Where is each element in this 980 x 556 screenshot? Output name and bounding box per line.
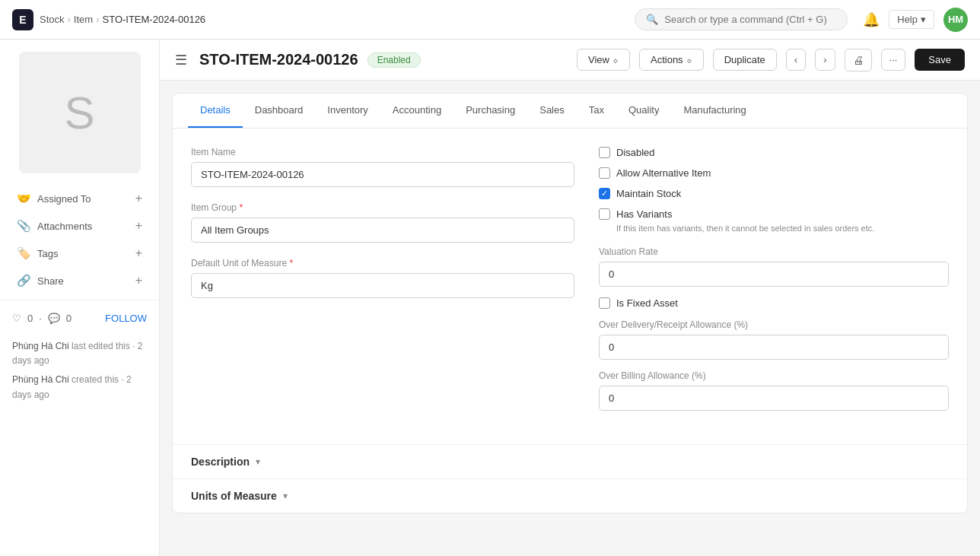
tab-inventory[interactable]: Inventory xyxy=(315,94,380,128)
share-icon: 🔗 xyxy=(17,274,31,288)
assigned-to-add-icon[interactable]: + xyxy=(135,192,142,205)
page-title: STO-ITEM-2024-00126 xyxy=(199,51,358,68)
sidebar-item-assigned-to[interactable]: 🤝 Assigned To + xyxy=(9,186,150,211)
description-chevron-icon: ▾ xyxy=(256,456,260,467)
bell-icon[interactable]: 🔔 xyxy=(863,11,880,28)
tab-accounting[interactable]: Accounting xyxy=(380,94,453,128)
tab-manufacturing[interactable]: Manufacturing xyxy=(671,94,758,128)
units-of-measure-section[interactable]: Units of Measure ▾ xyxy=(173,478,967,513)
maintain-stock-label: Maintain Stock xyxy=(616,188,681,199)
comment-icon[interactable]: 💬 xyxy=(48,313,60,324)
over-delivery-input[interactable] xyxy=(599,335,949,360)
save-button[interactable]: Save xyxy=(915,49,965,71)
item-image: S xyxy=(19,52,141,173)
allow-alternative-checkbox[interactable] xyxy=(599,167,610,179)
tab-tax[interactable]: Tax xyxy=(577,94,616,128)
help-button[interactable]: Help ▾ xyxy=(889,10,934,29)
page-header: ☰ STO-ITEM-2024-00126 Enabled View ⬦ Act… xyxy=(160,40,980,81)
sidebar-actions: 🤝 Assigned To + 📎 Attachments + 🏷️ Tags … xyxy=(0,186,159,294)
tabs-bar: Details Dashboard Inventory Accounting P… xyxy=(173,94,967,129)
tab-details[interactable]: Details xyxy=(188,94,243,128)
like-count: 0 xyxy=(27,313,33,324)
actions-button[interactable]: Actions ⬦ xyxy=(639,49,704,71)
tags-icon: 🏷️ xyxy=(17,246,31,260)
valuation-rate-label: Valuation Rate xyxy=(599,246,949,257)
is-fixed-asset-checkbox[interactable] xyxy=(599,297,610,309)
sidebar-social: ♡ 0 · 💬 0 FOLLOW xyxy=(0,307,159,330)
app-icon[interactable]: E xyxy=(12,9,33,30)
sidebar-item-tags[interactable]: 🏷️ Tags + xyxy=(9,240,150,266)
more-button[interactable]: ··· xyxy=(881,49,906,71)
search-input[interactable] xyxy=(664,14,836,25)
maintain-stock-checkbox[interactable] xyxy=(599,188,610,199)
is-fixed-asset-label: Is Fixed Asset xyxy=(616,297,678,309)
tags-add-icon[interactable]: + xyxy=(135,246,142,260)
tab-dashboard[interactable]: Dashboard xyxy=(243,94,316,128)
view-chevron-icon: ⬦ xyxy=(612,54,619,65)
over-billing-input[interactable] xyxy=(599,386,949,411)
units-chevron-icon: ▾ xyxy=(283,491,288,501)
form-container: Details Dashboard Inventory Accounting P… xyxy=(160,81,980,556)
follow-button[interactable]: FOLLOW xyxy=(105,313,147,324)
disabled-checkbox[interactable] xyxy=(599,147,610,158)
main-layout: S 🤝 Assigned To + 📎 Attachments + 🏷️ xyxy=(0,40,980,556)
disabled-row: Disabled xyxy=(599,147,949,158)
over-delivery-label: Over Delivery/Receipt Allowance (%) xyxy=(599,319,949,330)
prev-button[interactable]: ‹ xyxy=(786,49,806,71)
default-uom-label: Default Unit of Measure * xyxy=(191,258,574,268)
default-uom-input[interactable] xyxy=(191,273,574,298)
sidebar-history: Phùng Hà Chi last edited this · 2 days a… xyxy=(0,330,159,411)
is-fixed-asset-row: Is Fixed Asset xyxy=(599,297,949,309)
sidebar-item-attachments[interactable]: 📎 Attachments + xyxy=(9,213,150,239)
view-button[interactable]: View ⬦ xyxy=(577,49,630,71)
tab-purchasing[interactable]: Purchasing xyxy=(453,94,527,128)
history-item-2: Phùng Hà Chi created this · 2 days ago xyxy=(12,373,147,402)
has-variants-checkbox[interactable] xyxy=(599,208,610,220)
next-button[interactable]: › xyxy=(815,49,835,71)
description-title: Description xyxy=(191,456,250,468)
top-navigation: E Stock › Item › STO-ITEM-2024-00126 🔍 🔔… xyxy=(0,0,980,40)
search-icon: 🔍 xyxy=(646,14,658,25)
avatar[interactable]: HM xyxy=(943,8,968,32)
variant-hint: If this item has variants, then it canno… xyxy=(616,223,949,234)
share-add-icon[interactable]: + xyxy=(135,274,142,288)
form-right-col: Disabled Allow Alternative Item Maintain… xyxy=(599,147,949,411)
over-billing-label: Over Billing Allowance (%) xyxy=(599,370,949,381)
units-of-measure-title: Units of Measure xyxy=(191,490,277,502)
sidebar-label-tags: Tags xyxy=(37,248,58,259)
sidebar-label-share: Share xyxy=(37,275,64,287)
item-name-field: Item Name xyxy=(191,147,574,187)
tab-quality[interactable]: Quality xyxy=(616,94,671,128)
form-left-col: Item Name Item Group * xyxy=(191,147,574,411)
history-item-1: Phùng Hà Chi last edited this · 2 days a… xyxy=(12,339,147,368)
like-icon[interactable]: ♡ xyxy=(12,313,21,324)
hamburger-icon[interactable]: ☰ xyxy=(175,52,187,68)
allow-alternative-label: Allow Alternative Item xyxy=(616,167,711,179)
valuation-rate-input[interactable] xyxy=(599,262,949,287)
form-body: Item Name Item Group * xyxy=(173,129,967,444)
sidebar-item-share[interactable]: 🔗 Share + xyxy=(9,268,150,294)
item-name-input[interactable] xyxy=(191,162,574,187)
default-uom-field: Default Unit of Measure * xyxy=(191,258,574,298)
form-card: Details Dashboard Inventory Accounting P… xyxy=(172,93,968,513)
over-billing-field: Over Billing Allowance (%) xyxy=(599,370,949,411)
search-box[interactable]: 🔍 xyxy=(635,8,848,30)
breadcrumb-stock[interactable]: Stock xyxy=(40,14,65,25)
valuation-rate-field: Valuation Rate xyxy=(599,246,949,287)
form-row-1: Item Name Item Group * xyxy=(191,147,949,411)
tab-sales[interactable]: Sales xyxy=(527,94,577,128)
duplicate-button[interactable]: Duplicate xyxy=(713,49,777,71)
breadcrumb-item[interactable]: Item xyxy=(74,14,93,25)
item-group-field: Item Group * xyxy=(191,202,574,243)
over-delivery-field: Over Delivery/Receipt Allowance (%) xyxy=(599,319,949,360)
breadcrumb: Stock › Item › STO-ITEM-2024-00126 xyxy=(40,14,205,25)
description-section[interactable]: Description ▾ xyxy=(173,444,967,478)
actions-chevron-icon: ⬦ xyxy=(686,54,692,65)
item-group-input[interactable] xyxy=(191,218,574,243)
item-group-label: Item Group * xyxy=(191,202,574,213)
attachments-add-icon[interactable]: + xyxy=(135,219,142,233)
print-button[interactable]: 🖨 xyxy=(845,49,872,71)
social-row: ♡ 0 · 💬 0 FOLLOW xyxy=(12,307,147,330)
breadcrumb-current: STO-ITEM-2024-00126 xyxy=(103,14,206,25)
item-name-label: Item Name xyxy=(191,147,574,157)
